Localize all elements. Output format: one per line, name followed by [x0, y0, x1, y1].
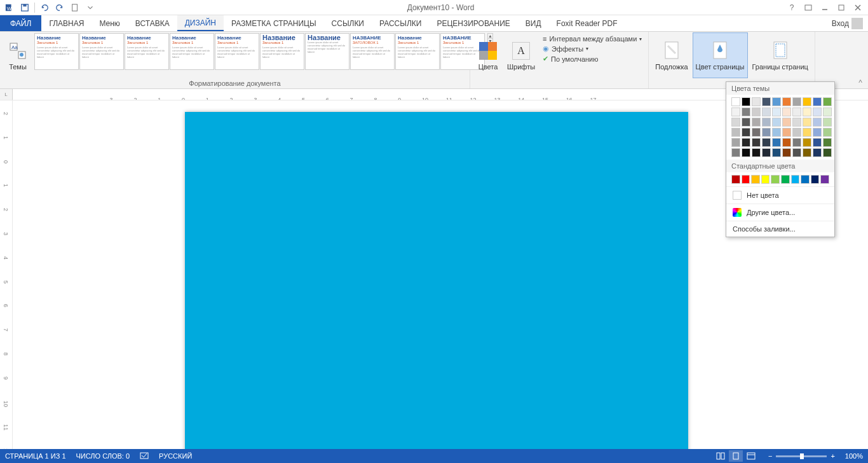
color-swatch[interactable] [731, 97, 740, 106]
collapse-ribbon-icon[interactable]: ^ [855, 78, 865, 87]
color-swatch[interactable] [813, 148, 822, 157]
paragraph-spacing-button[interactable]: ≡Интервал между абзацами▾ [540, 34, 644, 43]
status-proofing-icon[interactable] [140, 451, 149, 461]
color-swatch[interactable] [761, 175, 770, 184]
style-card[interactable]: НАЗВАНИЕЗАГОЛОВОК 1Lorem ipsum dolor sit… [350, 33, 395, 70]
color-swatch[interactable] [742, 128, 750, 137]
color-swatch[interactable] [782, 97, 791, 106]
color-swatch[interactable] [772, 107, 781, 116]
color-swatch[interactable] [803, 138, 811, 147]
style-card[interactable]: НазваниеЗаголовок 1Lorem ipsum dolor sit… [260, 33, 304, 70]
color-swatch[interactable] [742, 97, 750, 106]
page[interactable] [185, 112, 688, 449]
fill-effects-item[interactable]: Способы заливки... [726, 221, 834, 237]
color-swatch[interactable] [823, 128, 832, 137]
tab-review[interactable]: РЕЦЕНЗИРОВАНИЕ [429, 15, 517, 31]
color-swatch[interactable] [742, 118, 750, 127]
color-swatch[interactable] [762, 97, 771, 106]
color-swatch[interactable] [782, 138, 791, 147]
tab-menu[interactable]: Меню [92, 15, 127, 31]
color-swatch[interactable] [803, 107, 811, 116]
color-swatch[interactable] [782, 148, 791, 157]
color-swatch[interactable] [781, 175, 790, 184]
view-print-icon[interactable] [729, 450, 743, 462]
style-gallery[interactable]: НазваниеЗаголовок 1Lorem ipsum dolor sit… [34, 33, 485, 70]
status-words[interactable]: ЧИСЛО СЛОВ: 0 [76, 452, 130, 460]
page-borders-button[interactable]: Границы страниц [750, 33, 811, 78]
save-icon[interactable] [18, 1, 32, 14]
zoom-level[interactable]: 100% [845, 452, 863, 460]
minimize-icon[interactable] [817, 1, 832, 14]
color-swatch[interactable] [751, 175, 760, 184]
signin-link[interactable]: Вход [827, 15, 868, 31]
color-swatch[interactable] [731, 107, 740, 116]
color-swatch[interactable] [771, 175, 780, 184]
effects-button[interactable]: ◉Эффекты▾ [540, 44, 644, 53]
color-swatch[interactable] [792, 148, 801, 157]
color-swatch[interactable] [820, 175, 829, 184]
color-swatch[interactable] [803, 97, 811, 106]
page-color-button[interactable]: Цвет страницы [693, 33, 747, 78]
style-card[interactable]: НазваниеЗаголовок 1Lorem ipsum dolor sit… [395, 33, 440, 70]
zoom-in-icon[interactable]: + [831, 452, 834, 460]
color-swatch[interactable] [811, 175, 820, 184]
tab-foxit[interactable]: Foxit Reader PDF [549, 15, 625, 31]
color-swatch[interactable] [772, 128, 781, 137]
color-swatch[interactable] [792, 138, 801, 147]
color-swatch[interactable] [792, 107, 801, 116]
color-swatch[interactable] [742, 148, 750, 157]
color-swatch[interactable] [792, 118, 801, 127]
ruler-corner[interactable]: L [0, 89, 13, 100]
maximize-icon[interactable] [834, 1, 849, 14]
ribbon-display-icon[interactable] [801, 1, 816, 14]
tab-view[interactable]: ВИД [518, 15, 549, 31]
color-swatch[interactable] [752, 118, 761, 127]
watermark-button[interactable]: Подложка [653, 33, 690, 78]
tab-layout[interactable]: РАЗМЕТКА СТРАНИЦЫ [224, 15, 324, 31]
color-swatch[interactable] [742, 175, 750, 184]
zoom-thumb[interactable] [800, 453, 804, 459]
color-swatch[interactable] [813, 107, 822, 116]
color-swatch[interactable] [752, 107, 761, 116]
tab-mailings[interactable]: РАССЫЛКИ [372, 15, 429, 31]
color-swatch[interactable] [801, 175, 810, 184]
color-swatch[interactable] [731, 118, 740, 127]
color-swatch[interactable] [813, 138, 822, 147]
color-swatch[interactable] [823, 107, 832, 116]
color-swatch[interactable] [791, 175, 800, 184]
color-swatch[interactable] [823, 148, 832, 157]
color-swatch[interactable] [803, 118, 811, 127]
color-swatch[interactable] [803, 128, 811, 137]
color-swatch[interactable] [772, 118, 781, 127]
color-swatch[interactable] [762, 128, 771, 137]
tab-references[interactable]: ССЫЛКИ [324, 15, 372, 31]
color-swatch[interactable] [742, 138, 750, 147]
zoom-slider[interactable]: − + [768, 452, 835, 460]
color-swatch[interactable] [792, 128, 801, 137]
color-swatch[interactable] [752, 128, 761, 137]
style-card[interactable]: НазваниеЗаголовок 1Lorem ipsum dolor sit… [125, 33, 169, 70]
redo-icon[interactable] [53, 1, 67, 14]
color-swatch[interactable] [762, 118, 771, 127]
more-colors-item[interactable]: Другие цвета... [726, 204, 834, 221]
color-swatch[interactable] [731, 175, 740, 184]
style-card[interactable]: НазваниеЗаголовок 1Lorem ipsum dolor sit… [170, 33, 214, 70]
undo-icon[interactable] [37, 1, 51, 14]
view-web-icon[interactable] [744, 450, 758, 462]
fonts-button[interactable]: A Шрифты [505, 33, 538, 78]
tab-insert[interactable]: ВСТАВКА [128, 15, 177, 31]
style-card[interactable]: НазваниеLorem ipsum dolor sit amet conse… [305, 33, 349, 70]
color-swatch[interactable] [772, 97, 781, 106]
color-swatch[interactable] [782, 107, 791, 116]
color-swatch[interactable] [813, 97, 822, 106]
color-swatch[interactable] [762, 107, 771, 116]
zoom-track[interactable] [776, 455, 827, 457]
colors-button[interactable]: Цвета [474, 33, 502, 78]
color-swatch[interactable] [731, 148, 740, 157]
tab-design[interactable]: ДИЗАЙН [177, 15, 224, 31]
color-swatch[interactable] [823, 138, 832, 147]
color-swatch[interactable] [762, 138, 771, 147]
color-swatch[interactable] [823, 97, 832, 106]
color-swatch[interactable] [813, 128, 822, 137]
themes-button[interactable]: Aa Темы [4, 33, 32, 78]
